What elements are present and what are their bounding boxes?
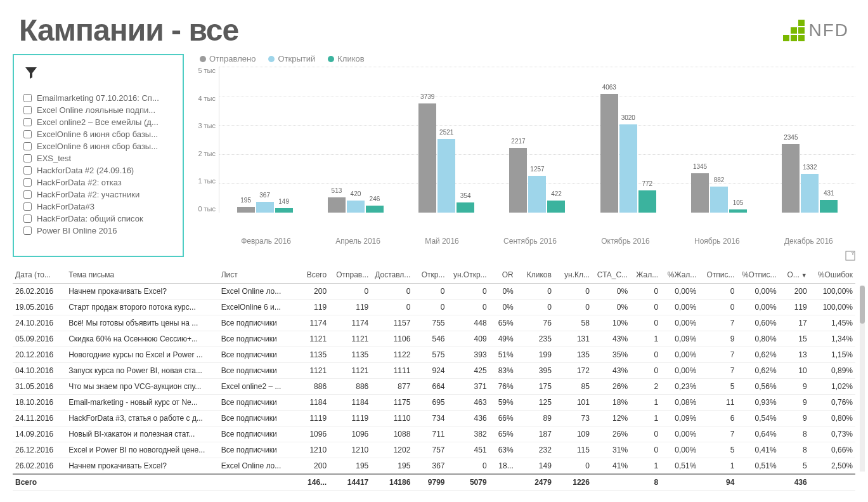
filter-panel[interactable]: Emailmarketing 07.10.2016: Сп...Excel On… — [13, 54, 184, 257]
page-title: Кампании - все — [19, 13, 238, 48]
table-cell: 1121 — [295, 331, 329, 347]
column-header[interactable]: %Ошибок — [810, 267, 855, 284]
column-header[interactable]: О... — [779, 267, 810, 284]
column-header[interactable]: Откр... — [413, 267, 447, 284]
table-row[interactable]: 24.10.2016Всё! Мы готовы объявить цены н… — [13, 315, 855, 331]
column-header[interactable]: %Отпис... — [737, 267, 779, 284]
bar-Открытий[interactable]: 2521 — [437, 139, 455, 213]
column-header[interactable]: ун.Откр... — [447, 267, 489, 284]
bar-Кликов[interactable]: 246 — [366, 206, 384, 213]
filter-checkbox[interactable] — [23, 142, 32, 150]
column-header[interactable]: ун.Кл... — [554, 267, 592, 284]
table-cell: 0,51% — [661, 458, 699, 475]
bar-Отправлено[interactable]: 2345 — [782, 144, 800, 213]
scroll-thumb[interactable] — [860, 286, 865, 324]
table-cell: 9 — [779, 411, 810, 426]
column-header[interactable]: Доставл... — [371, 267, 413, 284]
bar-Кликов[interactable]: 354 — [457, 202, 474, 213]
bar-Кликов[interactable]: 772 — [638, 190, 656, 213]
table-row[interactable]: 26.02.2016Начнем прокачивать Excel?Excel… — [13, 458, 855, 475]
filter-checkbox[interactable] — [23, 227, 32, 235]
bar-Открытий[interactable]: 882 — [710, 187, 728, 213]
table-cell: 8 — [779, 442, 810, 458]
filter-item[interactable]: HackForData: общий список — [23, 213, 173, 225]
bar-Открытий[interactable]: 3020 — [619, 124, 637, 213]
filter-checkbox[interactable] — [23, 190, 32, 199]
filter-checkbox[interactable] — [23, 118, 32, 126]
footer-cell: 2479 — [516, 474, 554, 491]
table-row[interactable]: 31.05.2016Что мы знаем про VCG-аукцион с… — [13, 379, 855, 395]
filter-item[interactable]: ExcelOnline 6 июня сбор базы... — [23, 128, 173, 140]
filter-checkbox[interactable] — [23, 178, 32, 187]
filter-checkbox[interactable] — [23, 202, 32, 211]
filter-item[interactable]: Emailmarketing 07.10.2016: Сп... — [23, 92, 173, 104]
bar-chart[interactable]: 5 тыс4 тыс3 тыс2 тыс1 тыс0 тыс 195367149… — [193, 67, 855, 232]
column-header[interactable]: Отправ... — [329, 267, 371, 284]
table-cell: 18.10.2016 — [13, 395, 66, 411]
table-cell: 1119 — [329, 411, 371, 426]
column-header[interactable]: Дата (то... — [13, 267, 66, 284]
bar-Кликов[interactable]: 431 — [820, 200, 838, 213]
table-cell: 886 — [329, 379, 371, 395]
bar-Отправлено[interactable]: 513 — [328, 197, 346, 213]
filter-item[interactable]: HackForData#3 — [23, 201, 173, 213]
column-header[interactable]: %Жал... — [661, 267, 699, 284]
bar-Отправлено[interactable]: 2217 — [509, 148, 527, 213]
bar-Отправлено[interactable]: 4063 — [600, 94, 618, 213]
table-cell: 200 — [295, 284, 329, 300]
table-row[interactable]: 05.09.2016Скидка 60% на Осеннюю Сессию+.… — [13, 331, 855, 347]
table-cell: 115 — [554, 442, 592, 458]
bar-Кликов[interactable]: 422 — [547, 201, 565, 213]
filter-item[interactable]: HackForData #2: участники — [23, 188, 173, 201]
bar-Кликов[interactable]: 149 — [275, 208, 293, 213]
table-cell: 135 — [554, 347, 592, 363]
filter-item[interactable]: HackForData #2: отказ — [23, 176, 173, 188]
filter-checkbox[interactable] — [23, 215, 32, 223]
table-cell: 0 — [447, 300, 489, 315]
bar-Отправлено[interactable]: 1345 — [691, 173, 709, 213]
column-header[interactable]: Жал... — [630, 267, 661, 284]
table-scrollbar[interactable] — [860, 286, 865, 472]
bar-Открытий[interactable]: 1332 — [801, 174, 819, 213]
filter-item[interactable]: Excel online2 – Все емейлы (д... — [23, 116, 173, 128]
bar-Кликов[interactable]: 105 — [729, 209, 747, 213]
table-row[interactable]: 20.12.2016Новогодние курсы по Excel и Po… — [13, 347, 855, 363]
table-row[interactable]: 19.05.2016Старт продаж второго потока ку… — [13, 300, 855, 315]
table-cell: 0,09% — [661, 331, 699, 347]
bar-Отправлено[interactable]: 195 — [237, 207, 255, 213]
bar-Открытий[interactable]: 420 — [347, 201, 365, 213]
data-table[interactable]: Дата (то...Тема письмаЛистВсегоОтправ...… — [13, 267, 855, 491]
filter-checkbox[interactable] — [23, 130, 32, 138]
table-row[interactable]: 26.02.2016Начнем прокачивать Excel?Excel… — [13, 284, 855, 300]
column-header[interactable]: Кликов — [516, 267, 554, 284]
filter-checkbox[interactable] — [23, 94, 32, 102]
column-header[interactable]: CTA_C... — [592, 267, 630, 284]
bar-Открытий[interactable]: 1257 — [528, 176, 546, 213]
table-row[interactable]: 14.09.2016Новый BI-хакатон и полезная ст… — [13, 426, 855, 442]
bar-Отправлено[interactable]: 3739 — [418, 103, 436, 213]
table-row[interactable]: 04.10.2016Запуск курса по Power BI, нова… — [13, 363, 855, 379]
filter-item[interactable]: EXS_test — [23, 152, 173, 164]
filter-item[interactable]: HackforData #2 (24.09.16) — [23, 164, 173, 176]
table-cell: 43% — [592, 331, 630, 347]
options-icon[interactable] — [845, 251, 855, 261]
column-header[interactable]: Всего — [295, 267, 329, 284]
filter-item[interactable]: ExcelOnline 6 июня сбор базы... — [23, 140, 173, 152]
filter-checkbox[interactable] — [23, 166, 32, 175]
filter-item[interactable]: Power BI Online 2016 — [23, 225, 173, 237]
column-header[interactable]: OR — [489, 267, 516, 284]
column-header[interactable]: Отпис... — [699, 267, 737, 284]
filter-item[interactable]: Excel Online лояльные подпи... — [23, 104, 173, 116]
bar-Открытий[interactable]: 367 — [256, 202, 274, 213]
table-row[interactable]: 26.12.2016Excel и Power BI по новогодней… — [13, 442, 855, 458]
table-row[interactable]: 18.10.2016Email-marketing - новый курс о… — [13, 395, 855, 411]
table-cell: 26.02.2016 — [13, 458, 66, 475]
footer-cell — [737, 474, 779, 491]
column-header[interactable]: Тема письма — [66, 267, 219, 284]
table-cell: 18... — [489, 458, 516, 475]
filter-checkbox[interactable] — [23, 106, 32, 114]
column-header[interactable]: Лист — [219, 267, 295, 284]
table-row[interactable]: 24.11.2016HackForData #3, статья о работ… — [13, 411, 855, 426]
table-cell: Все подписчики — [219, 331, 295, 347]
filter-checkbox[interactable] — [23, 154, 32, 162]
